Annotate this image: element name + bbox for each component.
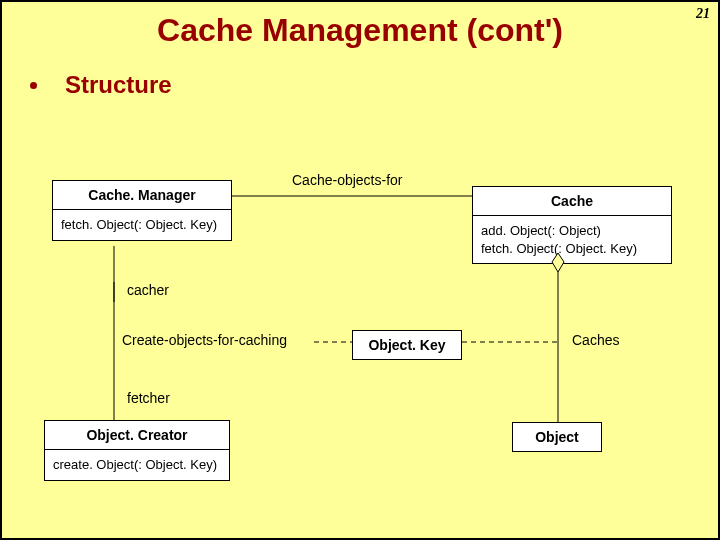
class-object-key: Object. Key xyxy=(352,330,462,360)
assoc-create-objects-for-caching: Create-objects-for-caching xyxy=(122,332,287,348)
bullet-text: Structure xyxy=(65,71,172,99)
page-title: Cache Management (cont') xyxy=(2,2,718,49)
role-fetcher: fetcher xyxy=(127,390,170,406)
class-cache-ops: add. Object(: Object) fetch. Object(: Ob… xyxy=(473,216,671,263)
role-cacher: cacher xyxy=(127,282,169,298)
class-cache-name: Cache xyxy=(473,187,671,216)
class-object-creator: Object. Creator create. Object(: Object.… xyxy=(44,420,230,481)
class-cache-op-1: fetch. Object(: Object. Key) xyxy=(481,240,663,258)
page-number: 21 xyxy=(696,6,710,22)
class-cache-manager-op-0: fetch. Object(: Object. Key) xyxy=(53,210,231,240)
class-cache-manager: Cache. Manager fetch. Object(: Object. K… xyxy=(52,180,232,241)
class-cache-op-0: add. Object(: Object) xyxy=(481,222,663,240)
class-object: Object xyxy=(512,422,602,452)
bullet-icon xyxy=(30,82,37,89)
class-object-creator-op-0: create. Object(: Object. Key) xyxy=(45,450,229,480)
structure-bullet: Structure xyxy=(30,71,718,99)
class-object-creator-name: Object. Creator xyxy=(45,421,229,450)
class-cache: Cache add. Object(: Object) fetch. Objec… xyxy=(472,186,672,264)
assoc-cache-objects-for: Cache-objects-for xyxy=(292,172,403,188)
class-object-key-name: Object. Key xyxy=(353,331,461,359)
assoc-caches: Caches xyxy=(572,332,619,348)
class-object-name: Object xyxy=(513,423,601,451)
class-cache-manager-name: Cache. Manager xyxy=(53,181,231,210)
